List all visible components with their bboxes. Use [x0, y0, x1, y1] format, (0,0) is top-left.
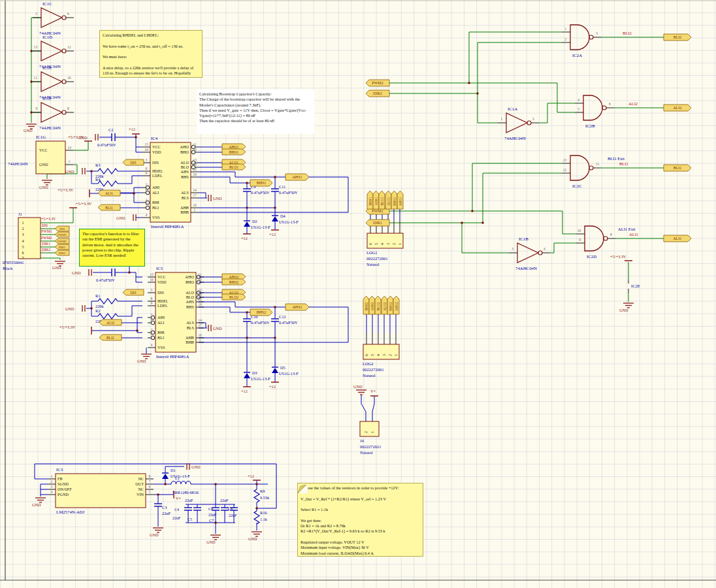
svg-text:IC1D: IC1D — [42, 35, 52, 39]
inductor-L1[interactable]: L1SRR1280-681K — [171, 476, 199, 495]
diode-D4[interactable]: D4US1G-13-F — [272, 214, 299, 224]
capacitor[interactable] — [193, 508, 201, 510]
ic-IC1G[interactable]: IC1G74AHC04NVCC14GND7 — [8, 135, 71, 174]
diode-D3[interactable]: D3US1G-13-F — [244, 370, 270, 381]
port-DIR2[interactable]: DIR2 — [55, 250, 69, 255]
capacitor-C3[interactable]: C322uF — [154, 504, 171, 515]
svg-text:0705550041: 0705550041 — [3, 260, 24, 265]
svg-text:BHO2: BHO2 — [389, 302, 393, 311]
svg-text:15: 15 — [144, 142, 148, 146]
svg-text:R2: R2 — [95, 308, 100, 313]
port-ALO1[interactable]: ALO1 — [385, 191, 391, 209]
port-BLI2[interactable]: BLI2 — [99, 335, 122, 340]
port-AHS2[interactable]: AHS2 — [285, 304, 309, 310]
svg-text:22uF: 22uF — [172, 516, 181, 520]
port-BHS2[interactable]: BHS2 — [363, 296, 369, 314]
port-AHO2[interactable]: AHO2 — [393, 296, 399, 314]
port-BLO1[interactable]: BLO1 — [379, 191, 385, 209]
inverter-IC1C[interactable]: 56IC1C74AHC04N — [33, 1, 74, 35]
resistor-R4[interactable]: R4220k — [95, 177, 118, 191]
svg-text:ALS: ALS — [181, 190, 189, 195]
port-AHO1[interactable]: AHO1 — [397, 191, 403, 209]
inverter-IC1D[interactable]: 1312IC1D74AHC04N — [33, 35, 74, 69]
svg-text:GND: GND — [137, 359, 146, 363]
note-rhdel[interactable]: Calculating RHDEL and LHDEL: We have som… — [99, 30, 203, 78]
svg-text:BHB: BHB — [180, 210, 189, 214]
nand-IC2A[interactable]: 123IC2A — [562, 25, 601, 57]
svg-text:DIS: DIS — [59, 227, 65, 231]
port-BHO1[interactable]: BHO1 — [391, 191, 397, 209]
port-BHS1[interactable]: BHS1 — [367, 191, 373, 209]
port-BHO2[interactable]: BHO2 — [387, 296, 393, 314]
port-BHO2[interactable]: BHO2 — [222, 279, 246, 285]
svg-text:R1: R1 — [95, 293, 100, 298]
port-BLI1[interactable]: BLI1 — [98, 204, 120, 210]
port-BLO2[interactable]: BLO2 — [375, 296, 381, 314]
port-AHS1[interactable]: AHS1 — [373, 191, 379, 209]
svg-text:PGND: PGND — [57, 492, 69, 497]
svg-text:NC: NC — [138, 476, 144, 481]
resistor-R9[interactable]: R99.53k — [254, 489, 270, 502]
port-DIR1[interactable]: DIR1 — [366, 220, 389, 226]
connector-J1[interactable]: 1234567J10705550041Black — [3, 212, 41, 270]
port-AHS1[interactable]: AHS1 — [285, 174, 309, 180]
port-BLO1[interactable]: BLO1 — [222, 164, 246, 170]
diode-D5[interactable]: D5US1G-13-F — [272, 365, 299, 376]
port-PWM1[interactable]: PWM1 — [55, 232, 69, 237]
port-DIS[interactable]: DIS — [123, 159, 144, 165]
port-ALO2[interactable]: ALO2 — [382, 296, 387, 314]
port-ALI1[interactable]: ALI1 — [664, 235, 691, 242]
svg-text:0.47uF50V: 0.47uF50V — [251, 320, 270, 325]
ic-IC3[interactable]: IC3LM2574N-ADJ1FB2SGND3ON/OFF4PGND8NC7OU… — [48, 467, 154, 514]
power-port-+12: +12 — [269, 382, 279, 389]
svg-text:ALI1 Exit: ALI1 Exit — [618, 227, 636, 231]
ic-IC5[interactable]: IC5Intersil HIP4081A15VCC16VDD3DIS8HDEL9… — [148, 266, 204, 359]
connector-J4[interactable]: 21J40022272021Natural — [360, 421, 382, 455]
port-BLI1[interactable]: BLI1 — [664, 165, 691, 171]
port-BLO2[interactable]: BLO2 — [222, 294, 246, 300]
port-DIR1[interactable]: DIR1 — [55, 244, 69, 250]
note-regulator[interactable]: Choose the values of the resistors in or… — [297, 483, 423, 557]
port-ALI2[interactable]: ALI2 — [664, 105, 691, 111]
port-ALI1[interactable]: ALI1 — [98, 190, 120, 196]
diode-D2[interactable]: D2US1G-13-F — [244, 219, 270, 229]
port-DIS[interactable]: DIS — [55, 226, 69, 231]
svg-text:BHS: BHS — [181, 174, 189, 179]
resistor-R3[interactable]: R3220k — [95, 163, 118, 178]
label: ALI2 — [628, 101, 638, 106]
inverter-IC1A[interactable]: 12IC1A74AHC04N — [498, 106, 539, 140]
port-PWM2[interactable]: PWM2 — [55, 238, 69, 244]
inverter-IC1F[interactable]: 98IC1F74AHC04N — [33, 96, 74, 130]
port-DIS[interactable]: DIS — [123, 289, 144, 295]
inverter-IC1B[interactable]: 34IC1B74AHC04N — [509, 237, 550, 270]
resistor-R1[interactable]: R1220k — [95, 293, 118, 308]
svg-text:12: 12 — [67, 45, 71, 49]
connector-LOG2[interactable]: 654321LOG20022272061Natural — [363, 344, 399, 378]
svg-text:3: 3 — [382, 354, 386, 356]
ic-IC4[interactable]: IC4Intersil HIP4081A15VCC16VDD3DIS8HDEL9… — [142, 136, 199, 229]
port-ALI2[interactable]: ALI2 — [99, 319, 122, 325]
port-BHO1[interactable]: BHO1 — [222, 149, 246, 155]
svg-text:2: 2 — [22, 226, 24, 231]
inverter-IC1E[interactable]: 1110IC1E74AHC04N — [33, 65, 74, 99]
nand-IC2C[interactable]: 131211IC2C — [562, 155, 601, 188]
note-bootstrap[interactable]: Calculating Bootstrap Capacitor's Capaci… — [197, 90, 314, 134]
svg-text:IC2E: IC2E — [631, 284, 640, 288]
port-PWM2[interactable]: PWM2 — [366, 80, 389, 86]
capacitor[interactable] — [184, 508, 192, 510]
svg-text:BHO: BHO — [180, 150, 189, 154]
nand-IC2B[interactable]: 456IC2B — [575, 95, 614, 128]
port-BLI2[interactable]: BLI2 — [664, 34, 691, 41]
resistor-R10[interactable]: R101.1k — [254, 510, 268, 524]
connector-LOG1[interactable]: 654321LOG10022272061Natural — [366, 233, 403, 267]
svg-text:J1: J1 — [18, 212, 22, 216]
port-BHS1[interactable]: BHS1 — [250, 180, 272, 186]
nand-IC2D[interactable]: 1098IC2D — [576, 226, 615, 259]
svg-text:6: 6 — [67, 12, 69, 16]
note-emi[interactable]: The capacitor's function is to filter ou… — [79, 229, 145, 267]
gnd-symbol: GND — [52, 261, 65, 270]
port-BHS2[interactable]: BHS2 — [250, 309, 272, 316]
svg-text:BLO2: BLO2 — [376, 302, 380, 310]
port-DIR2[interactable]: DIR2 — [366, 90, 389, 97]
port-AHS2[interactable]: AHS2 — [369, 296, 375, 314]
